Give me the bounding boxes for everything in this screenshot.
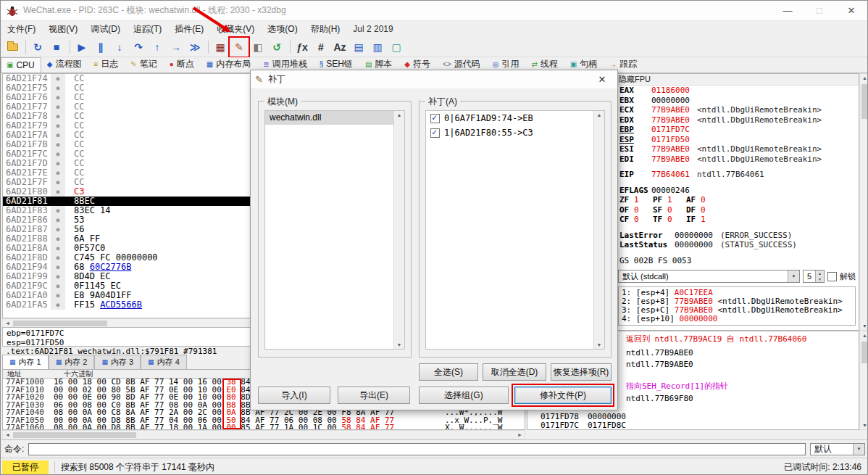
breakpoint-gutter[interactable]: ●: [51, 112, 65, 121]
breakpoint-gutter[interactable]: ●: [51, 291, 65, 300]
breakpoint-gutter[interactable]: ●: [51, 253, 65, 263]
stack-row[interactable]: 0171FD7C0171FD8C: [541, 421, 626, 430]
run-icon[interactable]: ▶: [73, 38, 91, 56]
deselect-all-button[interactable]: 取消全选(D): [483, 363, 546, 381]
patch-checkbox[interactable]: [430, 114, 440, 123]
command-profile-select[interactable]: 默认 ▼: [810, 443, 865, 455]
breakpoint-gutter[interactable]: ●: [51, 83, 65, 93]
dump-horizontal-scrollbar[interactable]: ◄ ►: [2, 430, 525, 439]
dialog-close-icon[interactable]: ✕: [591, 70, 613, 88]
memory-tab-dump1[interactable]: ▦内存 1: [2, 355, 49, 369]
select-all-button[interactable]: 全选(S): [419, 363, 478, 381]
breakpoint-gutter[interactable]: ●: [51, 168, 65, 178]
scrollbar-thumb[interactable]: [861, 84, 868, 119]
breakpoint-gutter[interactable]: ●: [51, 234, 65, 244]
tab-graph[interactable]: ◆流程图: [41, 55, 88, 73]
patch-checkbox[interactable]: [430, 128, 440, 138]
list-scrollbar[interactable]: ▲ ▼: [393, 111, 404, 349]
register-value[interactable]: 0171FD7C: [651, 125, 690, 134]
scroll-down-arrow-icon[interactable]: ▼: [394, 342, 404, 347]
flag-CF[interactable]: CF 0: [619, 215, 653, 225]
breakpoint-gutter[interactable]: ●: [51, 140, 65, 149]
calling-convention-select[interactable]: 默认 (stdcall) ▼: [618, 270, 800, 283]
menu-item-4[interactable]: 插件(E): [168, 21, 210, 38]
register-value[interactable]: 77B9ABE0: [651, 115, 690, 125]
register-value[interactable]: 00000000: [651, 96, 690, 105]
menu-item-1[interactable]: 视图(V): [42, 21, 84, 38]
scroll-left-arrow-icon[interactable]: ◄: [5, 432, 10, 437]
tab-notes[interactable]: ✎笔记: [125, 55, 163, 73]
screen-icon[interactable]: ▢: [388, 38, 405, 56]
register-value[interactable]: 77B9ABE0: [651, 154, 690, 164]
argument-row[interactable]: 4: [esp+10] 00000000: [619, 315, 855, 323]
menu-item-5[interactable]: 收藏夹(V): [210, 21, 261, 38]
menu-item-2[interactable]: 调试(D): [84, 21, 127, 38]
scroll-down-arrow-icon[interactable]: ▼: [860, 423, 868, 428]
scroll-up-arrow-icon[interactable]: ▲: [394, 112, 404, 117]
maximize-button[interactable]: □: [804, 1, 835, 20]
pick-group-button[interactable]: 选择组(G): [419, 387, 509, 404]
scrollbar-thumb[interactable]: [13, 432, 136, 438]
register-value[interactable]: 00000246: [651, 186, 690, 195]
breakpoint-gutter[interactable]: ●: [51, 225, 65, 234]
refresh-icon[interactable]: ↺: [268, 38, 285, 56]
tab-log[interactable]: ≡日志: [88, 55, 125, 73]
scrollbar-thumb[interactable]: [861, 342, 868, 363]
memory-tab-dump4[interactable]: ▦内存 4: [141, 355, 187, 369]
patch-file-button[interactable]: 修补文件(P): [514, 387, 612, 404]
stack-vertical-scrollbar[interactable]: ▲ ▼: [859, 331, 868, 430]
register-value[interactable]: 77B9ABE0: [651, 105, 690, 115]
flag-OF[interactable]: OF 0: [619, 205, 653, 215]
breakpoint-gutter[interactable]: ●: [51, 102, 65, 112]
step-into-icon[interactable]: ↓: [111, 38, 128, 56]
breakpoint-gutter[interactable]: ●: [51, 74, 65, 83]
fx-icon[interactable]: ƒx: [293, 38, 311, 56]
breakpoint-gutter[interactable]: ●: [51, 215, 65, 225]
scroll-up-arrow-icon[interactable]: ▲: [860, 75, 868, 80]
flag-IF[interactable]: IF 1: [686, 215, 719, 225]
minimize-button[interactable]: —: [772, 1, 804, 20]
patch-list-item[interactable]: 1|6AD21F80:55->C3: [426, 125, 593, 140]
scroll-down-arrow-icon[interactable]: ▼: [860, 323, 868, 329]
memory-map-icon[interactable]: ▥: [369, 38, 386, 56]
breakpoint-gutter[interactable]: ●: [51, 149, 65, 159]
restart-icon[interactable]: ↻: [29, 38, 46, 56]
flag-PF[interactable]: PF 1: [653, 195, 686, 205]
menu-item-7[interactable]: 帮助(H): [304, 21, 347, 38]
patch-icon[interactable]: ✎: [230, 38, 248, 56]
hash-icon[interactable]: #: [312, 38, 330, 56]
command-input[interactable]: [28, 443, 806, 455]
hide-fpu-toggle[interactable]: 隐藏FPU: [615, 74, 859, 86]
register-value[interactable]: 00000000: [675, 240, 713, 249]
register-value[interactable]: 77B9ABE0: [651, 144, 690, 154]
spinner-arrows-icon[interactable]: ▲▼: [815, 270, 824, 282]
tab-breakpoints[interactable]: ●断点: [164, 55, 201, 73]
export-button[interactable]: 导出(E): [338, 387, 410, 404]
scroll-right-arrow-icon[interactable]: ►: [517, 432, 522, 437]
breakpoint-gutter[interactable]: ●: [51, 244, 65, 253]
close-button[interactable]: ✕: [835, 1, 867, 20]
breakpoint-gutter[interactable]: ●: [51, 178, 65, 187]
tab-cpu[interactable]: ▣CPU: [1, 57, 41, 73]
scroll-down-arrow-icon[interactable]: ▼: [594, 342, 604, 347]
module-list-item[interactable]: wechatwin.dll: [265, 111, 393, 125]
registers-vertical-scrollbar[interactable]: ▲ ▼: [859, 73, 868, 331]
eraser-icon[interactable]: ◧: [249, 38, 267, 56]
breakpoint-gutter[interactable]: ●: [51, 206, 65, 215]
chevron-down-icon[interactable]: ▼: [788, 270, 799, 282]
breakpoint-gutter[interactable]: ●: [51, 281, 65, 291]
step-out-icon[interactable]: ↑: [149, 38, 166, 56]
breakpoint-gutter[interactable]: ●: [51, 93, 65, 102]
step-over-icon[interactable]: ↷: [130, 38, 147, 56]
breakpoint-gutter[interactable]: ●: [51, 272, 65, 281]
breakpoint-gutter[interactable]: ●: [51, 263, 65, 272]
restore-selection-button[interactable]: 恢复选择项(R): [551, 363, 612, 381]
checkbox-icon[interactable]: [827, 272, 837, 281]
animate-icon[interactable]: ≫: [186, 38, 204, 56]
run-to-cursor-icon[interactable]: →: [167, 38, 185, 56]
graph-icon[interactable]: ▤: [350, 38, 367, 56]
breakpoint-gutter[interactable]: ●: [51, 121, 65, 131]
chevron-down-icon[interactable]: ▼: [853, 444, 864, 455]
flag-DF[interactable]: DF 0: [686, 205, 719, 215]
register-value[interactable]: 00000000: [675, 231, 713, 240]
